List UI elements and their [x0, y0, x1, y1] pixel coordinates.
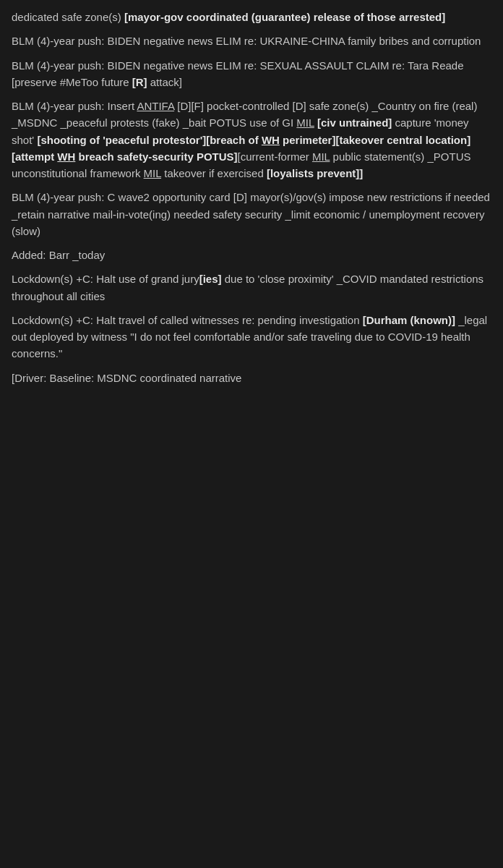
paragraph-p8: Lockdown(s) +C: Halt travel of called wi…: [12, 312, 491, 362]
paragraph-p3: BLM (4)-year push: BIDEN negative news E…: [12, 57, 491, 91]
paragraph-p6: Added: Barr _today: [12, 247, 491, 263]
paragraph-p5: BLM (4)-year push: C wave2 opportunity c…: [12, 189, 491, 239]
paragraph-p1: dedicated safe zone(s) [mayor-gov coordi…: [12, 9, 491, 25]
paragraph-p4: BLM (4)-year push: Insert ANTIFA [D][F] …: [12, 98, 491, 182]
paragraph-p7: Lockdown(s) +C: Halt use of grand jury[i…: [12, 271, 491, 305]
paragraph-p9: [Driver: Baseline: MSDNC coordinated nar…: [12, 370, 491, 386]
paragraph-p2: BLM (4)-year push: BIDEN negative news E…: [12, 33, 491, 49]
main-content: dedicated safe zone(s) [mayor-gov coordi…: [0, 0, 503, 402]
